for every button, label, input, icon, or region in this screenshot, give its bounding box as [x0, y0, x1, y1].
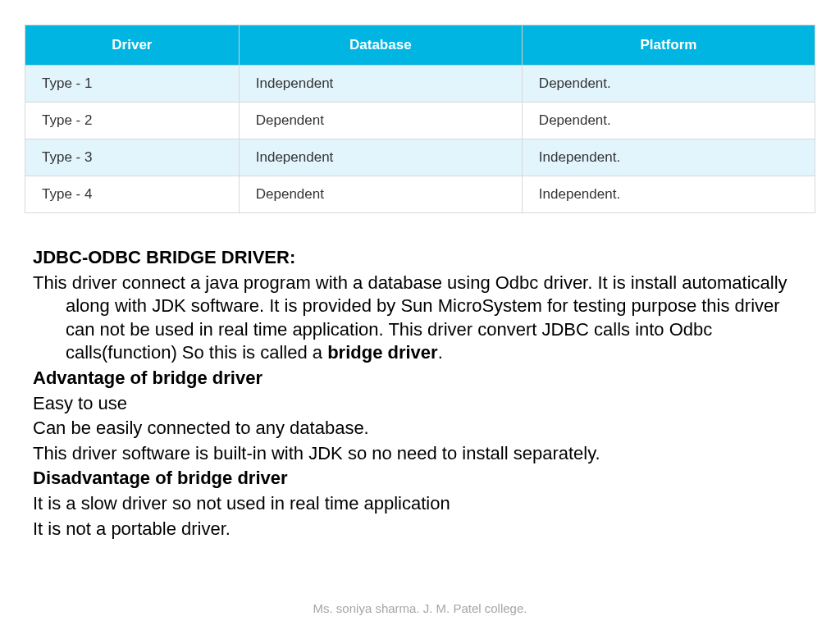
col-platform: Platform — [522, 25, 815, 66]
col-database: Database — [239, 25, 522, 66]
disadvantage-item: It is a slow driver so not used in real … — [33, 492, 807, 516]
table-header-row: Driver Database Platform — [25, 25, 815, 66]
section-title: JDBC-ODBC BRIDGE DRIVER: — [33, 246, 807, 270]
cell-platform: Dependent. — [522, 103, 815, 139]
cell-platform: Independent. — [522, 176, 815, 213]
table-row: Type - 4 Dependent Independent. — [25, 176, 815, 213]
cell-database: Independent — [239, 66, 522, 103]
disadvantages-heading: Disadvantage of bridge driver — [33, 467, 807, 491]
para-suffix: . — [438, 342, 443, 363]
cell-driver: Type - 1 — [25, 66, 240, 103]
cell-database: Independent — [239, 139, 522, 176]
table-row: Type - 3 Independent Independent. — [25, 139, 815, 176]
advantage-item: This driver software is built-in with JD… — [33, 442, 807, 466]
driver-types-table: Driver Database Platform Type - 1 Indepe… — [25, 25, 815, 213]
cell-database: Dependent — [239, 103, 522, 139]
table-row: Type - 2 Dependent Dependent. — [25, 103, 815, 139]
cell-driver: Type - 3 — [25, 139, 240, 176]
col-driver: Driver — [25, 25, 240, 66]
cell-database: Dependent — [239, 176, 522, 213]
cell-platform: Dependent. — [522, 66, 815, 103]
disadvantage-item: It is not a portable driver. — [33, 518, 807, 541]
cell-driver: Type - 4 — [25, 176, 240, 213]
cell-driver: Type - 2 — [25, 103, 240, 139]
para-bold-term: bridge driver — [327, 342, 437, 363]
cell-platform: Independent. — [522, 139, 815, 176]
advantages-heading: Advantage of bridge driver — [33, 367, 807, 390]
footer-credit: Ms. soniya sharma. J. M. Patel college. — [25, 601, 815, 615]
description-paragraph: This driver connect a java program with … — [33, 272, 807, 365]
advantage-item: Can be easily connected to any database. — [33, 417, 807, 441]
advantage-item: Easy to use — [33, 392, 807, 416]
content-body: JDBC-ODBC BRIDGE DRIVER: This driver con… — [25, 246, 815, 541]
table-row: Type - 1 Independent Dependent. — [25, 66, 815, 103]
